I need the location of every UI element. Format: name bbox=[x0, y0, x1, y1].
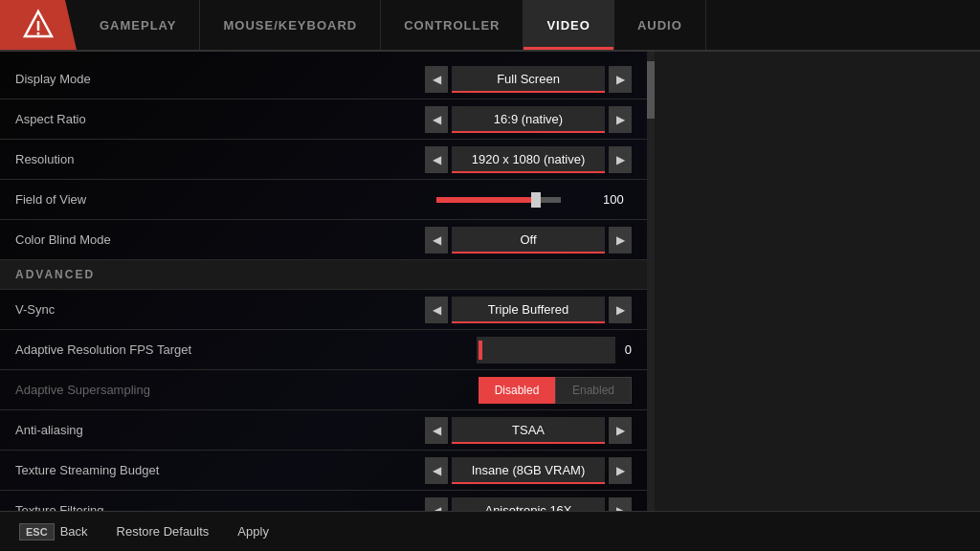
tab-mouse-keyboard[interactable]: MOUSE/KEYBOARD bbox=[200, 0, 381, 50]
settings-panel: Display Mode ◀ Full Screen ▶ Aspect Rati… bbox=[0, 52, 647, 511]
adaptive-res-value: 0 bbox=[625, 342, 632, 357]
aspect-ratio-control: ◀ 16:9 (native) ▶ bbox=[425, 106, 632, 133]
esc-key-badge: ESC bbox=[19, 523, 55, 540]
svg-point-2 bbox=[37, 33, 40, 35]
adaptive-supersampling-label: Adaptive Supersampling bbox=[15, 383, 479, 397]
texture-filtering-label: Texture Filtering bbox=[15, 503, 425, 511]
toggle-enabled[interactable]: Enabled bbox=[555, 377, 632, 404]
texture-streaming-value: Insane (8GB VRAM) bbox=[452, 457, 605, 484]
apply-label: Apply bbox=[237, 524, 269, 539]
fov-label: Field of View bbox=[15, 192, 436, 207]
aspect-ratio-prev[interactable]: ◀ bbox=[425, 106, 448, 133]
fov-slider-container bbox=[436, 187, 590, 213]
anti-aliasing-control: ◀ TSAA ▶ bbox=[425, 417, 632, 444]
anti-aliasing-next[interactable]: ▶ bbox=[609, 417, 632, 444]
adaptive-supersampling-row: Adaptive Supersampling Disabled Enabled bbox=[0, 370, 647, 410]
aspect-ratio-value: 16:9 (native) bbox=[452, 106, 605, 133]
anti-aliasing-value: TSAA bbox=[452, 417, 605, 444]
aspect-ratio-row: Aspect Ratio ◀ 16:9 (native) ▶ bbox=[0, 99, 647, 140]
display-mode-label: Display Mode bbox=[15, 72, 425, 86]
nav-tabs: GAMEPLAY MOUSE/KEYBOARD CONTROLLER VIDEO… bbox=[77, 0, 980, 50]
resolution-prev[interactable]: ◀ bbox=[425, 146, 448, 173]
texture-streaming-row: Texture Streaming Budget ◀ Insane (8GB V… bbox=[0, 451, 647, 491]
footer: ESC Back Restore Defaults Apply bbox=[0, 511, 980, 551]
adaptive-supersampling-toggle: Disabled Enabled bbox=[479, 377, 632, 404]
vsync-label: V-Sync bbox=[15, 302, 425, 317]
color-blind-label: Color Blind Mode bbox=[15, 232, 425, 247]
advanced-section-header: ADVANCED bbox=[0, 260, 647, 290]
display-mode-control: ◀ Full Screen ▶ bbox=[425, 66, 632, 93]
apply-button[interactable]: Apply bbox=[237, 524, 269, 539]
tab-audio[interactable]: AUDIO bbox=[614, 0, 706, 50]
adaptive-res-label: Adaptive Resolution FPS Target bbox=[15, 342, 477, 357]
display-mode-row: Display Mode ◀ Full Screen ▶ bbox=[0, 59, 647, 99]
texture-filtering-row: Texture Filtering ◀ Anisotropic 16X ▶ bbox=[0, 491, 647, 511]
texture-filtering-prev[interactable]: ◀ bbox=[425, 497, 448, 512]
color-blind-control: ◀ Off ▶ bbox=[425, 227, 632, 253]
texture-streaming-label: Texture Streaming Budget bbox=[15, 463, 425, 477]
vsync-value: Triple Buffered bbox=[452, 297, 605, 323]
resolution-value: 1920 x 1080 (native) bbox=[452, 146, 605, 173]
aspect-ratio-next[interactable]: ▶ bbox=[609, 106, 632, 133]
display-mode-prev[interactable]: ◀ bbox=[425, 66, 448, 93]
right-panel bbox=[655, 52, 980, 511]
scrollbar-track bbox=[647, 52, 655, 511]
back-button[interactable]: ESC Back bbox=[19, 523, 88, 540]
texture-streaming-prev[interactable]: ◀ bbox=[425, 457, 448, 484]
adaptive-res-slider[interactable] bbox=[477, 337, 615, 364]
color-blind-next[interactable]: ▶ bbox=[609, 227, 632, 253]
restore-label: Restore Defaults bbox=[117, 524, 210, 539]
tab-video[interactable]: VIDEO bbox=[523, 0, 613, 50]
tab-gameplay[interactable]: GAMEPLAY bbox=[77, 0, 200, 50]
apex-logo bbox=[21, 8, 56, 42]
vsync-prev[interactable]: ◀ bbox=[425, 297, 448, 323]
back-label: Back bbox=[60, 524, 88, 539]
color-blind-prev[interactable]: ◀ bbox=[425, 227, 448, 253]
adaptive-supersampling-control: Disabled Enabled bbox=[479, 377, 632, 404]
header-nav: GAMEPLAY MOUSE/KEYBOARD CONTROLLER VIDEO… bbox=[0, 0, 980, 52]
tab-controller[interactable]: CONTROLLER bbox=[381, 0, 523, 50]
texture-filtering-next[interactable]: ▶ bbox=[609, 497, 632, 512]
fov-thumb[interactable] bbox=[531, 192, 541, 208]
display-mode-next[interactable]: ▶ bbox=[609, 66, 632, 93]
fov-track[interactable] bbox=[436, 197, 561, 203]
texture-streaming-next[interactable]: ▶ bbox=[609, 457, 632, 484]
restore-defaults-button[interactable]: Restore Defaults bbox=[117, 524, 210, 539]
toggle-disabled[interactable]: Disabled bbox=[479, 377, 555, 404]
aspect-ratio-label: Aspect Ratio bbox=[15, 112, 425, 126]
main-layout: Display Mode ◀ Full Screen ▶ Aspect Rati… bbox=[0, 52, 980, 511]
texture-filtering-control: ◀ Anisotropic 16X ▶ bbox=[425, 497, 632, 512]
display-mode-value: Full Screen bbox=[452, 66, 605, 93]
resolution-label: Resolution bbox=[15, 152, 425, 166]
resolution-row: Resolution ◀ 1920 x 1080 (native) ▶ bbox=[0, 140, 647, 180]
vsync-row: V-Sync ◀ Triple Buffered ▶ bbox=[0, 290, 647, 330]
vsync-next[interactable]: ▶ bbox=[609, 297, 632, 323]
texture-streaming-control: ◀ Insane (8GB VRAM) ▶ bbox=[425, 457, 632, 484]
fov-row: Field of View 100 bbox=[0, 180, 647, 220]
vsync-control: ◀ Triple Buffered ▶ bbox=[425, 297, 632, 323]
anti-aliasing-prev[interactable]: ◀ bbox=[425, 417, 448, 444]
texture-filtering-value: Anisotropic 16X bbox=[452, 497, 605, 512]
scrollbar-thumb[interactable] bbox=[647, 61, 655, 119]
color-blind-value: Off bbox=[452, 227, 605, 253]
fov-control: 100 bbox=[436, 187, 632, 213]
resolution-control: ◀ 1920 x 1080 (native) ▶ bbox=[425, 146, 632, 173]
adaptive-res-row: Adaptive Resolution FPS Target 0 bbox=[0, 330, 647, 370]
color-blind-row: Color Blind Mode ◀ Off ▶ bbox=[0, 220, 647, 260]
resolution-next[interactable]: ▶ bbox=[609, 146, 632, 173]
adaptive-bar bbox=[479, 341, 482, 360]
anti-aliasing-row: Anti-aliasing ◀ TSAA ▶ bbox=[0, 410, 647, 451]
fov-value: 100 bbox=[603, 192, 632, 207]
anti-aliasing-label: Anti-aliasing bbox=[15, 423, 425, 437]
fov-fill bbox=[436, 197, 536, 203]
logo-area bbox=[0, 0, 77, 50]
